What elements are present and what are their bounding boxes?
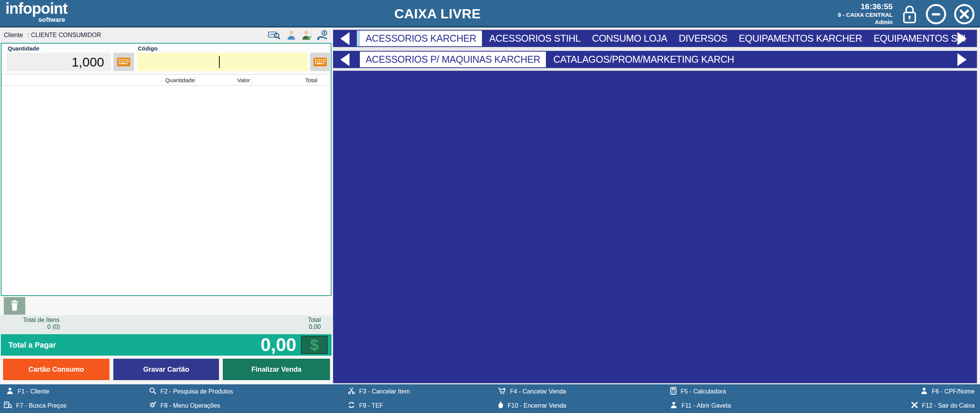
pay-label: Total a Pagar: [8, 341, 56, 350]
code-label: Código: [138, 45, 158, 52]
fk-label: F8 - Menu Operações: [160, 402, 220, 409]
fk-label: F4 - Cancelar Venda: [510, 388, 566, 395]
total-amount: Total 0,00: [260, 317, 321, 330]
person-icon: [670, 401, 678, 410]
fk-label: F9 - TEF: [359, 402, 383, 409]
total-to-pay-bar: Total a Pagar 0,00 $: [1, 334, 332, 356]
person-icon: [6, 387, 14, 396]
keyboard-icon[interactable]: [310, 53, 330, 71]
finalizar-venda-button[interactable]: Finalizar Venda: [223, 359, 330, 380]
tab-catalagos-prom-marketing[interactable]: CATALAGOS/PROM/MARKETING KARCH: [547, 54, 740, 65]
fk-label: F10 - Encerrar Venda: [508, 402, 566, 409]
total-label: Total: [260, 317, 321, 324]
cpf-search-icon[interactable]: CPF: [268, 30, 281, 41]
total-value: 0,00: [260, 324, 321, 330]
sync-icon: [348, 401, 355, 410]
items-list[interactable]: [2, 86, 331, 295]
cart-icon: [498, 387, 506, 396]
logged-user: Admin: [838, 19, 893, 26]
fk-label: F11 - Abrir Gaveta: [681, 402, 731, 409]
product-panel: ACESSORIOS KARCHER ACESSORIOS STIHL CONS…: [333, 28, 978, 384]
items-table-header: Quantidade Valor Total: [2, 74, 331, 86]
sale-panel: Cliente : CLIENTE CONSUMIDOR CPF: [0, 28, 332, 384]
scroll-right-icon[interactable]: [950, 30, 974, 47]
cartao-consumo-button[interactable]: Cartão Consumo: [3, 359, 109, 380]
client-bar: Cliente : CLIENTE CONSUMIDOR CPF: [0, 28, 332, 42]
client-label: Cliente: [4, 32, 28, 39]
scroll-left-icon[interactable]: [333, 51, 357, 68]
fk-label: F6 - CPF/Nome: [932, 388, 975, 395]
register-name: 9 - CAIXA CENTRAL: [838, 11, 893, 19]
fk-label: F7 - Busca Preços: [16, 402, 67, 409]
person-icon[interactable]: [286, 30, 296, 41]
fk-f6-cpf-nome[interactable]: F6 - CPF/Nome: [920, 384, 975, 398]
fk-label: F12 - Sair do Caixa: [922, 402, 975, 409]
keyboard-icon[interactable]: [113, 53, 134, 71]
person-icon: [920, 387, 928, 396]
scroll-left-icon[interactable]: [333, 30, 357, 47]
scroll-right-icon[interactable]: [950, 51, 974, 68]
action-buttons: Cartão Consumo Gravar Cartão Finalizar V…: [0, 359, 332, 380]
column-total: Total: [252, 75, 320, 85]
hand-coin-icon[interactable]: $: [317, 30, 329, 41]
entry-area: Quantidade 1,000 Código: [2, 44, 331, 74]
close-button[interactable]: [953, 3, 975, 27]
client-value: : CLIENTE CONSUMIDOR: [28, 32, 101, 39]
fk-f2-pesquisa-produtos[interactable]: F2 - Pesquisa de Produtos: [149, 384, 233, 398]
tab-diversos[interactable]: DIVERSOS: [673, 33, 733, 44]
gravar-cartao-button[interactable]: Gravar Cartão: [113, 359, 219, 380]
lock-icon[interactable]: [900, 3, 919, 26]
infopoint-logo: infopoint software: [5, 1, 67, 23]
fk-f11-abrir-gaveta[interactable]: F11 - Abrir Gaveta: [670, 398, 731, 413]
top-bar: infopoint software CAIXA LIVRE 16:36:55 …: [0, 0, 980, 28]
total-items-label: Total de Itens: [23, 317, 84, 324]
dollar-icon[interactable]: $: [301, 336, 328, 354]
gear-icon: [149, 401, 157, 410]
category-tab-row-1: ACESSORIOS KARCHER ACESSORIOS STIHL CONS…: [333, 30, 977, 47]
clock: 16:36:55: [838, 2, 893, 11]
fk-f7-busca-precos[interactable]: F7 - Busca Preços: [4, 398, 67, 413]
category-tab-row-2: ACESSORIOS P/ MAQUINAS KARCHER CATALAGOS…: [333, 51, 977, 68]
fk-f8-menu-operacoes[interactable]: F8 - Menu Operações: [149, 398, 220, 413]
pay-value: 0,00: [261, 334, 296, 356]
column-value: Valor: [195, 75, 252, 85]
fk-label: F5 - Calculadora: [681, 388, 726, 395]
tab-equipamentos-karcher[interactable]: EQUIPAMENTOS KARCHER: [733, 33, 868, 44]
calculator-icon: [670, 387, 677, 396]
code-input[interactable]: [137, 53, 308, 71]
text-caret: [219, 56, 220, 68]
tab-acessorios-p-maquinas-karcher[interactable]: ACESSORIOS P/ MAQUINAS KARCHER: [357, 52, 546, 67]
quantity-label: Quantidade: [8, 45, 39, 52]
logo-subtext: software: [5, 16, 67, 23]
logo-text: infopoint: [5, 1, 67, 16]
function-key-bar: F1 - Cliente F2 - Pesquisa de Produtos F…: [0, 384, 980, 413]
search-icon: [149, 387, 157, 396]
products-grid[interactable]: [333, 71, 977, 383]
sale-entry-box: Quantidade 1,000 Código: [1, 43, 332, 296]
svg-text:$: $: [323, 31, 325, 35]
trash-row: [0, 296, 332, 315]
fk-f1-cliente[interactable]: F1 - Cliente: [6, 384, 49, 398]
minimize-button[interactable]: [925, 3, 947, 27]
quantity-input[interactable]: 1,000: [7, 53, 111, 71]
fk-f3-cancelar-item[interactable]: F3 - Cancelar Item: [348, 384, 410, 398]
fk-f10-encerrar-venda[interactable]: F10 - Encerrar Venda: [498, 398, 566, 413]
fk-f12-sair-do-caixa[interactable]: F12 - Sair do Caixa: [911, 398, 975, 413]
pos-window: infopoint software CAIXA LIVRE 16:36:55 …: [0, 0, 980, 413]
fk-f9-tef[interactable]: F9 - TEF: [348, 398, 383, 413]
fk-f4-cancelar-venda[interactable]: F4 - Cancelar Venda: [498, 384, 566, 398]
fk-label: F3 - Cancelar Item: [359, 388, 410, 395]
money-bag-icon: [498, 401, 504, 410]
fk-f5-calculadora[interactable]: F5 - Calculadora: [670, 384, 726, 398]
close-x-icon: [911, 402, 918, 410]
fk-label: F2 - Pesquisa de Produtos: [160, 388, 233, 395]
tab-consumo-loja[interactable]: CONSUMO LOJA: [586, 33, 673, 44]
client-actions: CPF: [268, 30, 329, 41]
person-check-icon[interactable]: [302, 30, 312, 41]
totals-strip: Total de Itens 0 (0) Total 0,00: [0, 315, 332, 334]
trash-icon[interactable]: [4, 297, 25, 315]
scissors-icon: [348, 387, 355, 396]
total-items-value: 0 (0): [23, 324, 84, 330]
tab-acessorios-karcher[interactable]: ACESSORIOS KARCHER: [357, 31, 482, 46]
tab-acessorios-stihl[interactable]: ACESSORIOS STIHL: [483, 33, 586, 44]
